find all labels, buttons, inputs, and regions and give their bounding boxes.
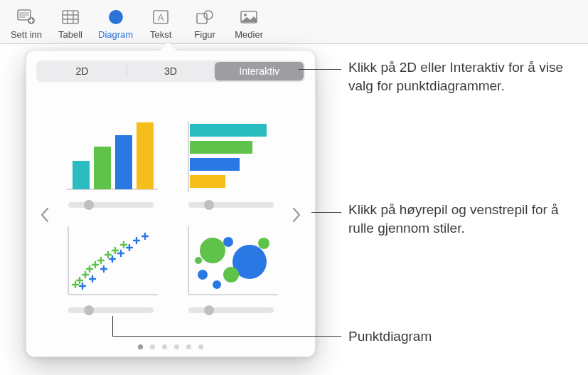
interactive-slider[interactable]: [68, 307, 154, 313]
toolbar-chart[interactable]: Diagram: [92, 3, 139, 43]
svg-rect-18: [190, 124, 267, 137]
page-dot[interactable]: [162, 344, 167, 349]
scatter-chart-icon: [61, 222, 161, 300]
toolbar-shape[interactable]: Figur: [183, 3, 227, 43]
svg-point-31: [258, 238, 269, 249]
toolbar-label: Tekst: [150, 29, 171, 40]
svg-point-26: [200, 238, 225, 263]
vertical-bar-chart-icon: [61, 117, 161, 195]
page-dot[interactable]: [138, 344, 143, 349]
toolbar-label: Medier: [235, 29, 263, 40]
horizontal-bar-chart-icon: [181, 117, 281, 195]
svg-rect-19: [190, 141, 252, 154]
page-dot[interactable]: [198, 344, 203, 349]
svg-rect-15: [115, 135, 132, 189]
toolbar-media[interactable]: Medier: [227, 3, 271, 43]
chart-thumb-scatter[interactable]: [59, 222, 162, 313]
chart-thumb-bubble[interactable]: [179, 222, 282, 313]
bubble-chart-icon: [181, 222, 281, 300]
page-dots: [36, 344, 305, 349]
interactive-slider[interactable]: [188, 202, 274, 208]
interactive-slider[interactable]: [68, 202, 154, 208]
table-icon: [61, 6, 80, 28]
page-dot[interactable]: [150, 344, 155, 349]
svg-rect-3: [29, 20, 33, 21]
toolbar-label: Sett inn: [11, 29, 42, 40]
svg-point-32: [213, 280, 221, 289]
interactive-slider[interactable]: [188, 307, 274, 313]
tab-interactive[interactable]: Interaktiv: [215, 62, 304, 80]
svg-point-30: [223, 237, 233, 247]
annotation-tabs: Klikk på 2D eller Interaktiv for å vise …: [348, 58, 583, 95]
svg-point-11: [244, 14, 247, 16]
toolbar-text[interactable]: A Tekst: [139, 3, 183, 43]
page-dot[interactable]: [174, 344, 179, 349]
insert-icon: [17, 6, 36, 28]
toolbar: Sett inn Tabell Diagram A Tekst Figur Me…: [0, 0, 588, 44]
svg-point-28: [223, 267, 239, 282]
svg-text:A: A: [158, 12, 164, 23]
chart-popover: 2D 3D Interaktiv: [26, 50, 316, 357]
svg-point-33: [195, 257, 202, 264]
chart-thumb-vertical-bar[interactable]: [59, 117, 162, 208]
chart-pie-icon: [107, 6, 125, 28]
svg-point-9: [204, 11, 213, 19]
svg-rect-13: [73, 161, 90, 189]
toolbar-table[interactable]: Tabell: [48, 3, 92, 43]
toolbar-insert[interactable]: Sett inn: [4, 3, 48, 43]
media-icon: [240, 6, 258, 28]
toolbar-label: Diagram: [98, 29, 133, 40]
chart-thumb-horizontal-bar[interactable]: [179, 117, 282, 208]
svg-rect-16: [137, 122, 154, 189]
nav-next-arrow[interactable]: [288, 207, 305, 223]
svg-rect-4: [63, 11, 78, 23]
shape-icon: [196, 6, 214, 28]
annotation-arrows: Klikk på høyrepil og venstrepil for å ru…: [348, 201, 583, 237]
toolbar-label: Tabell: [58, 29, 82, 40]
text-icon: A: [151, 6, 170, 28]
svg-rect-20: [190, 158, 240, 171]
svg-point-29: [198, 270, 208, 280]
chart-type-tabs: 2D 3D Interaktiv: [36, 60, 305, 82]
svg-rect-14: [94, 147, 111, 189]
tab-3d[interactable]: 3D: [127, 62, 215, 80]
chart-style-carousel: [36, 92, 305, 337]
annotation-scatter: Punktdiagram: [348, 327, 432, 346]
chart-thumb-grid: [53, 114, 288, 316]
tab-2d[interactable]: 2D: [38, 62, 127, 80]
nav-prev-arrow[interactable]: [36, 207, 53, 223]
page-dot[interactable]: [186, 344, 191, 349]
svg-rect-21: [190, 175, 225, 188]
toolbar-label: Figur: [194, 29, 215, 40]
